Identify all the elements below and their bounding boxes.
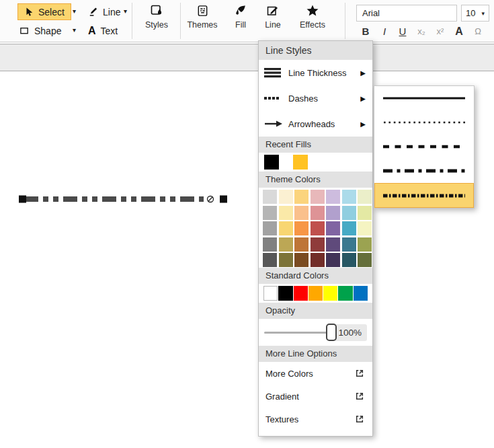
color-swatch[interactable] — [311, 237, 325, 252]
bold-button[interactable]: B — [358, 24, 374, 38]
color-swatch[interactable] — [326, 206, 340, 220]
color-swatch[interactable] — [358, 221, 372, 235]
shape-tool-button[interactable]: Shape — [19, 22, 61, 39]
menu-item-arrowheads[interactable]: Arrowheads ▶ — [259, 111, 372, 137]
color-swatch[interactable] — [294, 190, 308, 204]
italic-button[interactable]: I — [376, 24, 393, 38]
color-swatch[interactable] — [294, 237, 308, 252]
text-tool-label: Text — [101, 26, 118, 36]
color-swatch[interactable] — [263, 221, 277, 235]
font-size-select[interactable]: 10 ▾ — [461, 5, 489, 22]
dash-option-dash-dot[interactable] — [374, 159, 474, 183]
color-swatch[interactable] — [308, 286, 323, 301]
styles-icon — [150, 4, 163, 17]
color-swatch[interactable] — [278, 286, 292, 301]
selection-handle-left[interactable] — [19, 196, 26, 203]
recent-fills-header: Recent Fills — [259, 137, 372, 153]
textures-item[interactable]: Textures — [259, 408, 372, 431]
color-swatch[interactable] — [294, 206, 308, 220]
special-character-button[interactable]: Ω — [470, 24, 486, 38]
color-swatch[interactable] — [326, 253, 340, 267]
color-swatch[interactable] — [342, 221, 356, 235]
color-swatch[interactable] — [311, 253, 325, 267]
text-a-icon: A — [88, 25, 96, 37]
line-dropdown-chevron-icon[interactable]: ▾ — [124, 7, 127, 15]
color-swatch[interactable] — [263, 237, 277, 252]
opacity-header: Opacity — [259, 303, 372, 319]
color-swatch[interactable] — [279, 221, 293, 235]
themes-button[interactable]: Themes — [183, 4, 222, 39]
dash-option-dotted[interactable] — [374, 110, 474, 135]
color-swatch[interactable] — [358, 253, 372, 267]
color-swatch[interactable] — [326, 221, 340, 235]
color-swatch[interactable] — [342, 206, 356, 220]
color-swatch[interactable] — [358, 190, 372, 204]
color-swatch[interactable] — [279, 206, 293, 220]
line-tool-button[interactable]: Line — [88, 3, 120, 20]
dash-option-dashed[interactable] — [374, 135, 474, 159]
color-swatch[interactable] — [263, 206, 277, 220]
font-family-input[interactable] — [356, 5, 457, 22]
effects-button[interactable]: Effects — [294, 4, 331, 39]
color-swatch[interactable] — [358, 237, 372, 252]
underline-button[interactable]: U — [395, 24, 411, 38]
color-swatch[interactable] — [294, 221, 308, 235]
color-swatch[interactable] — [358, 206, 372, 220]
color-swatch[interactable] — [279, 190, 293, 204]
color-swatch[interactable] — [264, 155, 279, 170]
font-color-button[interactable]: A — [451, 24, 467, 38]
menu-item-dashes[interactable]: Dashes ▶ — [259, 85, 372, 111]
drawing-app-window: Select ▾ Line ▾ Shape ▾ A Text — [0, 0, 494, 448]
color-swatch[interactable] — [326, 190, 340, 204]
dotted-line-icon — [382, 119, 466, 126]
dash-option-solid[interactable] — [374, 86, 474, 110]
dashes-submenu — [374, 85, 475, 209]
standard-colors-row — [259, 284, 372, 303]
color-swatch[interactable] — [354, 286, 368, 301]
external-link-icon — [355, 391, 364, 401]
color-swatch[interactable] — [293, 155, 308, 170]
styles-label: Styles — [145, 20, 168, 30]
color-swatch[interactable] — [311, 190, 325, 204]
color-swatch[interactable] — [338, 286, 352, 301]
external-link-icon — [355, 369, 364, 378]
arrowheads-icon — [264, 119, 288, 128]
color-swatch[interactable] — [263, 253, 277, 267]
dash-option-dense-dash-dot-selected[interactable] — [374, 183, 474, 208]
color-swatch[interactable] — [263, 190, 277, 204]
selection-handle-right[interactable] — [220, 196, 227, 203]
color-swatch[interactable] — [342, 237, 356, 252]
line-thickness-icon — [264, 67, 288, 79]
solid-line-icon — [382, 95, 466, 102]
color-swatch[interactable] — [342, 190, 356, 204]
color-swatch[interactable] — [311, 221, 325, 235]
opacity-slider-handle[interactable] — [326, 324, 337, 341]
submenu-arrow-icon: ▶ — [360, 120, 366, 128]
color-swatch[interactable] — [279, 237, 293, 252]
color-swatch[interactable] — [263, 286, 278, 301]
color-swatch[interactable] — [294, 253, 308, 267]
styles-button[interactable]: Styles — [138, 4, 175, 39]
shape-tool-label: Shape — [34, 26, 61, 36]
shape-dropdown-chevron-icon[interactable]: ▾ — [73, 26, 76, 34]
line-format-button[interactable]: Line — [259, 4, 286, 39]
text-tool-button[interactable]: A Text — [88, 22, 118, 39]
selected-dashed-line[interactable] — [18, 193, 229, 205]
select-dropdown-chevron-icon[interactable]: ▾ — [73, 7, 76, 15]
subscript-button[interactable]: x₂ — [413, 24, 429, 38]
superscript-button[interactable]: x² — [432, 24, 448, 38]
select-tool-button[interactable]: Select — [17, 3, 71, 20]
opacity-value: 100% — [333, 324, 367, 341]
fill-button[interactable]: Fill — [227, 4, 254, 39]
color-swatch[interactable] — [342, 253, 356, 267]
more-colors-item[interactable]: More Colors — [259, 362, 372, 385]
color-swatch[interactable] — [323, 286, 337, 301]
opacity-slider[interactable] — [264, 324, 333, 341]
color-swatch[interactable] — [326, 237, 340, 252]
menu-item-line-thickness[interactable]: Line Thickness ▶ — [259, 60, 372, 85]
gradient-item[interactable]: Gradient — [259, 385, 372, 408]
color-swatch[interactable] — [279, 253, 293, 267]
color-swatch[interactable] — [294, 286, 308, 301]
submenu-arrow-icon: ▶ — [360, 69, 366, 77]
color-swatch[interactable] — [311, 206, 325, 220]
